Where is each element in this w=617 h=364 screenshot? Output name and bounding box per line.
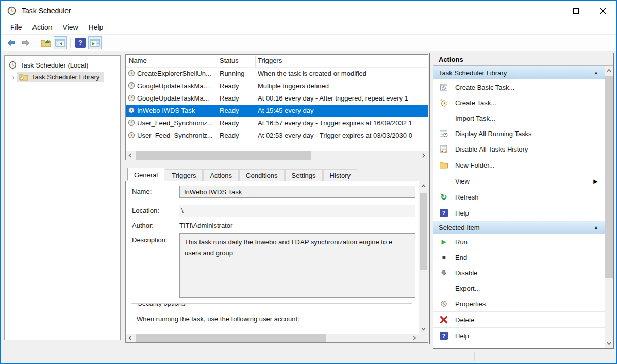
back-button[interactable] xyxy=(5,36,18,49)
table-row[interactable]: GoogleUpdateTaskMa... Ready Multiple tri… xyxy=(126,80,428,92)
column-header-triggers[interactable]: Triggers xyxy=(258,57,282,64)
action-new-folder[interactable]: New Folder... xyxy=(433,157,605,173)
table-row[interactable]: CreateExplorerShellUn... Running When th… xyxy=(126,68,428,80)
scrollbar-thumb[interactable] xyxy=(420,193,427,270)
task-name: InWebo IWDS Task xyxy=(137,107,218,114)
chevron-right-icon[interactable]: › xyxy=(10,73,17,81)
action-end[interactable]: ■ End xyxy=(433,250,605,265)
delete-icon xyxy=(440,316,448,324)
column-header-status[interactable]: Status xyxy=(220,57,239,64)
export-list-button[interactable] xyxy=(39,36,53,49)
action-help[interactable]: ? Help xyxy=(433,205,605,221)
action-properties[interactable]: Properties xyxy=(433,296,605,311)
help-glyph: ? xyxy=(442,210,446,216)
scroll-down-icon[interactable] xyxy=(419,325,428,334)
column-header-name[interactable]: Name xyxy=(129,57,147,64)
table-row[interactable]: User_Feed_Synchroniz... Ready At 16:57 e… xyxy=(126,117,428,129)
table-row[interactable]: User_Feed_Synchroniz... Ready At 02:53 e… xyxy=(126,129,428,142)
help-button[interactable]: ? xyxy=(74,36,87,49)
scroll-up-icon[interactable] xyxy=(605,66,613,75)
menu-action[interactable]: Action xyxy=(27,21,58,34)
section-header-selected-item[interactable]: Selected Item ▲ xyxy=(433,221,605,234)
security-options-label: Security options xyxy=(136,303,188,307)
statusbar-divider xyxy=(474,352,475,361)
detail-vertical-scrollbar[interactable] xyxy=(419,181,428,334)
window-controls xyxy=(536,1,616,21)
task-name: GoogleUpdateTaskMa... xyxy=(137,94,218,102)
close-icon xyxy=(600,8,606,14)
section-header-task-scheduler-library[interactable]: Task Scheduler Library ▲ xyxy=(433,66,605,79)
scrollbar-thumb[interactable] xyxy=(605,76,613,278)
tab-conditions[interactable]: Conditions xyxy=(239,169,284,181)
clock-icon xyxy=(128,82,135,89)
scroll-up-icon[interactable] xyxy=(419,181,428,190)
table-row-selected[interactable]: InWebo IWDS Task Ready At 15:45 every da… xyxy=(126,105,428,117)
scroll-left-icon[interactable] xyxy=(126,334,135,342)
clock-icon xyxy=(128,70,135,77)
description-field[interactable]: This task runs daily the Inwebo and LDAP… xyxy=(179,233,415,298)
scrollbar-thumb[interactable] xyxy=(136,334,326,342)
minimize-button[interactable] xyxy=(536,1,562,21)
actions-vertical-scrollbar[interactable] xyxy=(605,66,613,348)
help-glyph: ? xyxy=(78,39,82,46)
scroll-left-icon[interactable] xyxy=(126,151,135,160)
collapse-triangle-icon[interactable]: ▲ xyxy=(594,225,598,230)
menu-view[interactable]: View xyxy=(57,21,83,34)
action-pane-toggle-button[interactable] xyxy=(88,36,102,49)
action-label: End xyxy=(455,254,467,261)
task-triggers: At 16:57 every day - Trigger expires at … xyxy=(258,119,428,127)
export-folder-icon xyxy=(41,38,51,47)
column-divider[interactable] xyxy=(218,56,218,67)
close-button[interactable] xyxy=(589,1,616,21)
task-list-horizontal-scrollbar[interactable] xyxy=(126,151,428,160)
scrollbar-thumb[interactable] xyxy=(136,151,311,160)
scrollbar-track[interactable] xyxy=(135,151,419,160)
section-title: Selected Item xyxy=(439,224,480,231)
action-view[interactable]: View ▶ xyxy=(433,173,605,189)
collapse-triangle-icon[interactable]: ▲ xyxy=(594,70,598,75)
clock-icon xyxy=(128,107,135,114)
detail-horizontal-scrollbar[interactable] xyxy=(126,334,419,342)
action-export[interactable]: Export... xyxy=(433,280,605,296)
name-field[interactable]: InWebo IWDS Task xyxy=(179,186,415,198)
tab-triggers[interactable]: Triggers xyxy=(165,169,203,181)
scroll-right-icon[interactable] xyxy=(410,334,419,342)
action-disable[interactable]: Disable xyxy=(433,265,605,280)
tab-history[interactable]: History xyxy=(323,169,357,181)
action-display-all-running-tasks[interactable]: Display All Running Tasks xyxy=(433,126,605,141)
tab-general[interactable]: General xyxy=(127,168,164,181)
tab-actions[interactable]: Actions xyxy=(203,169,239,181)
scroll-right-icon[interactable] xyxy=(419,151,428,160)
tree-item-task-scheduler-local[interactable]: Task Scheduler (Local) xyxy=(5,59,120,71)
console-tree-toggle-button[interactable] xyxy=(54,36,67,49)
action-label: Export... xyxy=(455,285,480,292)
action-label: Run xyxy=(455,238,468,246)
action-run[interactable]: ▶ Run xyxy=(433,234,605,250)
table-row[interactable]: GoogleUpdateTaskMa... Ready At 00:16 eve… xyxy=(126,92,428,105)
scroll-down-icon[interactable] xyxy=(605,339,613,348)
action-create-task[interactable]: Create Task... xyxy=(433,95,605,110)
task-name: CreateExplorerShellUn... xyxy=(137,70,218,77)
action-delete[interactable]: Delete xyxy=(433,312,605,327)
action-create-basic-task[interactable]: Create Basic Task... xyxy=(433,79,605,95)
menu-help[interactable]: Help xyxy=(84,21,109,34)
action-label: Properties xyxy=(455,300,486,308)
action-import-task[interactable]: Import Task... xyxy=(433,110,605,126)
back-arrow-icon xyxy=(7,39,16,47)
tree-item-task-scheduler-library[interactable]: › Task Scheduler Library xyxy=(5,71,120,83)
action-disable-all-tasks-history[interactable]: Disable All Tasks History xyxy=(433,141,605,157)
task-detail-pane: General Triggers Actions Conditions Sett… xyxy=(125,168,428,343)
column-divider[interactable] xyxy=(255,56,256,67)
action-refresh[interactable]: ↻ Refresh xyxy=(433,189,605,205)
forward-button[interactable] xyxy=(19,36,32,49)
task-status: Ready xyxy=(220,94,239,102)
action-help-selected[interactable]: ? Help xyxy=(433,328,605,343)
maximize-button[interactable] xyxy=(562,1,589,21)
tab-settings[interactable]: Settings xyxy=(285,169,323,181)
scrollbar-track[interactable] xyxy=(135,334,410,342)
disable-arrow-icon xyxy=(440,269,448,277)
scrollbar-corner xyxy=(419,334,428,342)
menu-file[interactable]: File xyxy=(5,21,27,34)
action-label: Disable xyxy=(455,269,477,277)
action-label: Import Task... xyxy=(455,114,495,122)
